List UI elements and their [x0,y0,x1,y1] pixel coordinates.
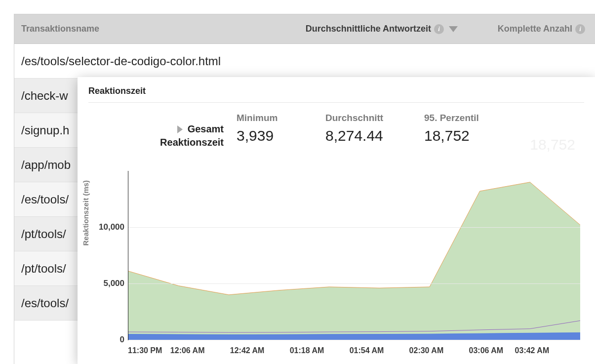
transaction-name: /es/tools/ [21,296,69,310]
chart-series [128,171,580,340]
transaction-name: /pt/tools/ [21,262,66,276]
col-header-avg-response[interactable]: Durchschnittliche Antwortzeit i [286,24,464,34]
chart-xtick: 03:06 AM [469,346,504,355]
chart-ylabel: Reaktionszeit (ms) [81,180,90,245]
col-header-avg-response-label: Durchschnittliche Antwortzeit [306,24,431,34]
col-header-name[interactable]: Transaktionsname [14,24,286,34]
chart-ytick: 0 [120,335,124,345]
stat-header-p95: 95. Perzentil [424,113,523,123]
chevron-down-icon[interactable] [449,26,458,32]
chart-ytick: 10,000 [99,222,124,232]
stats-grid: Minimum Durchschnitt 95. Perzentil Gesam… [88,113,584,148]
transaction-name: /pt/tools/ [21,227,66,241]
col-header-count-label: Komplette Anzahl [498,24,572,34]
col-header-name-label: Transaktionsname [21,24,99,34]
stat-value-p95: 18,752 [424,127,523,144]
info-icon[interactable]: i [575,24,585,34]
table-row[interactable]: /es/tools/selector-de-codigo-color.html [14,44,595,79]
stat-header-avg: Durchschnitt [325,113,424,123]
panel-title: Reaktionszeit [88,86,584,103]
chart-plot-area[interactable]: 05,00010,000 [128,171,580,340]
stats-row-label[interactable]: Gesamt Reaktionszeit [88,123,237,148]
transaction-name: /signup.h [21,123,69,137]
chart-xtick: 01:54 AM [350,346,384,355]
chart-xtick: 03:42 AM [515,346,550,355]
col-header-count[interactable]: Komplette Anzahl i [464,24,595,34]
stat-value-avg: 8,274.44 [325,127,424,144]
stat-value-min: 3,939 [237,127,325,144]
chart-xtick: 02:30 AM [409,346,444,355]
stats-row-label-top: Gesamt [188,123,224,135]
chart: Reaktionszeit (ms) 05,00010,000 11:30 PM… [88,171,590,364]
info-icon[interactable]: i [434,24,444,34]
transaction-name: /es/tools/ [21,193,69,206]
chart-xtick: 01:18 AM [290,346,324,355]
chart-xtick: 12:42 AM [230,346,265,355]
table-header-row: Transaktionsname Durchschnittliche Antwo… [14,14,595,44]
transaction-name: /es/tools/selector-de-codigo-color.html [21,54,221,68]
chart-xticks: 11:30 PM12:06 AM12:42 AM01:18 AM01:54 AM… [128,346,580,355]
stat-value-ghost: 18,752 [530,136,575,153]
chart-ytick: 5,000 [103,279,124,288]
reaction-time-panel: Reaktionszeit Minimum Durchschnitt 95. P… [78,77,595,364]
transaction-name: /check-w [21,89,68,103]
stat-header-min: Minimum [237,113,325,123]
transaction-name: /app/mob [21,158,71,172]
chart-xtick: 12:06 AM [170,346,205,355]
chart-xtick: 11:30 PM [128,346,162,355]
stats-row-label-bottom: Reaktionszeit [160,137,224,148]
chevron-right-icon [177,125,183,133]
